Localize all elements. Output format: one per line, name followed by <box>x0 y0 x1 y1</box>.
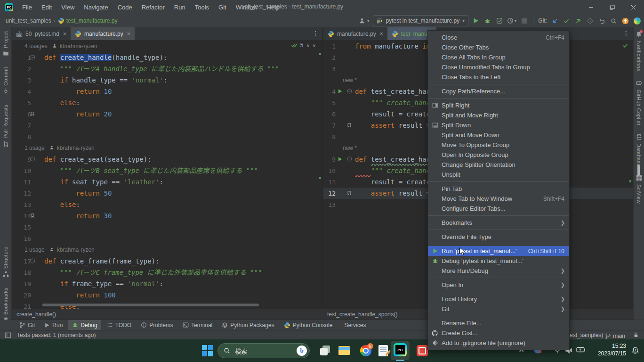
menu-item-unsplit[interactable]: Unsplit <box>428 170 569 180</box>
lock-icon[interactable] <box>633 332 639 338</box>
menu-item-add-to-gitignore-file-unignore[interactable]: Add to .gitignore file (unignore) <box>428 338 569 348</box>
sidebar-item-notifications[interactable]: Notifications <box>636 31 642 71</box>
toolwindow-terminal[interactable]: Terminal <box>179 320 216 330</box>
menu-git[interactable]: Git <box>214 2 231 12</box>
menu-tools[interactable]: Tools <box>191 2 213 12</box>
menu-item-move-tab-to-new-window[interactable]: Move Tab to New WindowShift+F4 <box>428 194 569 204</box>
toolwindow-python-packages[interactable]: Python Packages <box>218 320 278 330</box>
close-tab-icon[interactable]: × <box>127 31 130 37</box>
red-app-icon[interactable] <box>416 344 429 357</box>
right-tab-options-kebab-icon[interactable]: ⋮ <box>623 30 629 37</box>
update-project-button[interactable] <box>550 16 559 25</box>
run-with-coverage-button[interactable] <box>495 16 504 25</box>
code-line[interactable]: 6 return 20 <box>12 108 322 120</box>
menu-navigate[interactable]: Navigate <box>80 2 112 12</box>
code-line[interactable]: 10 """ パーツB seat_type に準じた内装部品座席を供給する ""… <box>12 165 322 176</box>
toolwindow-debug[interactable]: Debug <box>68 320 101 330</box>
toolwindow-python-console[interactable]: Python Console <box>280 320 337 330</box>
menu-item-open-in-opposite-group[interactable]: Open In Opposite Group <box>428 150 569 160</box>
tab-manufacture-py[interactable]: manufacture.py× <box>323 27 387 40</box>
usages-hint[interactable]: 1 usage <box>24 145 45 151</box>
menu-item-close[interactable]: CloseCtrl+F4 <box>428 33 569 42</box>
code-line[interactable]: 14 return 30 <box>12 210 322 222</box>
sidebar-item-sciview[interactable]: SciView <box>636 175 642 204</box>
commit-button[interactable] <box>562 16 571 25</box>
menu-code[interactable]: Code <box>113 2 137 12</box>
pycharm-taskbar-icon[interactable]: PC <box>394 343 407 356</box>
menu-item-create-gist[interactable]: Create Gist... <box>428 328 569 338</box>
rollback-icon[interactable] <box>597 16 606 25</box>
push-button[interactable] <box>574 16 582 25</box>
code-vision-row[interactable]: 1 usagekbrahma-ryzen <box>12 244 322 255</box>
code-line[interactable]: 3 if handle_type == 'normal': <box>12 74 322 86</box>
user-account-button[interactable]: ▾ <box>358 16 370 25</box>
menu-item-pin-tab[interactable]: Pin Tab <box>428 184 569 194</box>
sidebar-item-structure[interactable]: Structure <box>3 247 9 277</box>
breadcrumb-project[interactable]: unit_test_samples <box>5 17 52 24</box>
taskbar-search-box[interactable]: 検索 b <box>217 343 310 358</box>
vertical-scrollbar[interactable] <box>637 165 640 176</box>
menu-item-run-pytest-in-test-manuf[interactable]: Run 'pytest in test_manuf...'Ctrl+Shift+… <box>428 246 569 256</box>
sidebar-item-github-copilot[interactable]: GitHub Copilot <box>636 80 642 125</box>
ide-update-icon[interactable] <box>621 16 629 25</box>
left-editor-breadcrumb[interactable]: create_handle() <box>16 311 56 318</box>
stop-button[interactable] <box>520 16 528 25</box>
layout-icon[interactable] <box>4 330 12 340</box>
chevron-down-icon[interactable]: ∨ <box>313 43 316 48</box>
code-line[interactable]: 16 <box>12 233 322 244</box>
code-line[interactable]: 4 return 10 <box>12 86 322 97</box>
menu-item-split-down[interactable]: Split Down <box>428 120 569 130</box>
toolwindow-run[interactable]: Run <box>40 320 66 330</box>
sidebar-item-bookmarks[interactable]: Bookmarks <box>3 288 9 323</box>
menu-item-move-to-opposite-group[interactable]: Move To Opposite Group <box>428 140 569 150</box>
search-everywhere-icon[interactable] <box>609 16 618 25</box>
toolwindow-problems[interactable]: Problems <box>137 320 177 330</box>
code-line[interactable]: 15 <box>12 222 322 233</box>
code-line[interactable]: 17def create_frame(frame_type): <box>12 255 322 267</box>
profiler-button[interactable]: ▾ <box>507 17 517 24</box>
horizontal-scrollbar[interactable] <box>42 304 259 306</box>
run-button[interactable] <box>472 16 480 25</box>
menu-file[interactable]: File <box>18 2 36 12</box>
menu-item-split-right[interactable]: Split Right <box>428 100 569 110</box>
menu-item-rename-file[interactable]: Rename File... <box>428 318 569 328</box>
menu-item-split-and-move-right[interactable]: Split and Move Right <box>428 110 569 120</box>
sidebar-item-project[interactable]: Project <box>3 31 9 57</box>
gradient-ball-icon[interactable] <box>633 16 641 25</box>
task-view-button[interactable] <box>319 344 332 357</box>
menu-item-local-history[interactable]: Local History❯ <box>428 294 569 304</box>
menu-item-git[interactable]: Git❯ <box>428 304 569 314</box>
menu-item-override-file-type[interactable]: Override File Type <box>428 232 569 242</box>
breadcrumb-file[interactable]: test_manufacture.py <box>65 17 119 24</box>
battery-icon[interactable] <box>576 347 586 353</box>
sidebar-item-commit[interactable]: Commit <box>3 67 9 94</box>
toolwindow-todo[interactable]: TODO <box>103 320 135 330</box>
right-editor-breadcrumb[interactable]: test_create_handle_sports() <box>327 311 397 318</box>
tab-50-pytest-md[interactable]: MD50_pytest.md× <box>12 27 71 40</box>
usages-hint[interactable]: 4 usages <box>24 43 48 49</box>
history-icon[interactable] <box>586 16 594 25</box>
close-button[interactable] <box>623 0 644 14</box>
code-vision-row[interactable]: 1 usagekbrahma-ryzen <box>12 142 322 154</box>
menu-item-configure-editor-tabs[interactable]: Configure Editor Tabs... <box>428 204 569 214</box>
code-vision-row[interactable]: 4 usageskbrahma-ryzen5∧∨ <box>12 41 322 52</box>
menu-view[interactable]: View <box>57 2 79 12</box>
usages-hint[interactable]: 1 usage <box>24 247 45 253</box>
code-line[interactable]: 7 <box>12 120 322 131</box>
close-tab-icon[interactable]: × <box>380 31 383 37</box>
menu-item-copy-path-reference[interactable]: Copy Path/Reference... <box>428 86 569 96</box>
minimize-button[interactable] <box>580 0 602 14</box>
run-line-icon[interactable] <box>338 89 343 94</box>
fold-icon[interactable] <box>347 89 352 94</box>
code-line[interactable]: 2 """ パーツA handle_type に準じた内装部品ハンドルを供給する… <box>12 63 322 74</box>
toolwindow-git[interactable]: Git <box>16 320 39 330</box>
menu-item-split-and-move-down[interactable]: Split and Move Down <box>428 130 569 140</box>
clock-widget[interactable]: 15:23 2023/07/15 <box>598 342 626 357</box>
menu-item-close-all-tabs-in-group[interactable]: Close All Tabs In Group <box>428 52 569 62</box>
code-line[interactable]: 9def create_seat(seat_type): <box>12 154 322 165</box>
toolwindow-services[interactable]: Services <box>338 320 370 330</box>
file-explorer-icon[interactable] <box>338 344 351 357</box>
menu-item-change-splitter-orientation[interactable]: Change Splitter Orientation <box>428 160 569 170</box>
notification-bell-icon[interactable]: z <box>631 346 639 354</box>
code-line[interactable]: 5 else: <box>12 97 322 108</box>
